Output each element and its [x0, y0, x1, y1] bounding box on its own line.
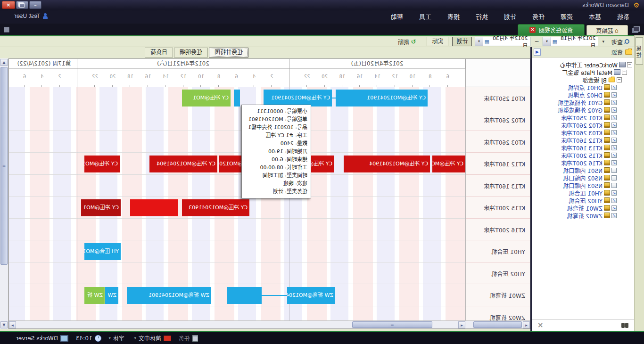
tree-item[interactable]: ✓ZW02 折弯机: [532, 212, 634, 219]
tree-checkbox[interactable]: ✓: [611, 205, 617, 211]
tree-item[interactable]: NS01 内缩口机: [532, 166, 634, 174]
tree-checkbox[interactable]: ✓: [611, 130, 617, 135]
task-bar[interactable]: CY 冲压@MO12041904: [432, 156, 465, 172]
tree-checkbox[interactable]: ✓: [611, 85, 617, 90]
find-binoculars-icon[interactable]: [625, 323, 628, 328]
tree-expand-icon[interactable]: −: [627, 62, 632, 67]
tree-item[interactable]: −BJ 钣金部: [532, 76, 634, 83]
tab-close-icon[interactable]: ×: [529, 27, 536, 33]
panel-splitter[interactable]: [530, 47, 532, 331]
vertical-scrollbar[interactable]: ▲▼≡: [0, 58, 8, 329]
task-bar[interactable]: CY 冲压@MO1: [81, 199, 121, 216]
collapse-panel-button[interactable]: ◀: [534, 49, 541, 56]
refresh-button[interactable]: ↻ 刷新: [394, 37, 419, 46]
tree-item[interactable]: ✓DH01 点焊机: [532, 83, 634, 91]
menu-item[interactable]: 执行: [468, 10, 496, 24]
tree-checkbox[interactable]: ✓: [611, 92, 617, 98]
task-bar[interactable]: YH 压合@MO1: [84, 243, 121, 260]
task-bar[interactable]: CY 冲压@MO12041904: [149, 156, 217, 172]
status-item[interactable]: 字体▾: [109, 334, 127, 342]
menu-item[interactable]: 计划: [496, 10, 524, 24]
tree-checkbox[interactable]: ✓: [611, 115, 617, 120]
date-from-picker[interactable]: 2012年 4月18日 ▦ ▾: [543, 37, 598, 46]
menu-item[interactable]: 基本: [581, 10, 609, 24]
tree-checkbox[interactable]: ✓: [611, 145, 617, 150]
scroll-right-button[interactable]: ▸: [9, 321, 16, 328]
tree-item[interactable]: ✓DH02 点焊机: [532, 91, 634, 98]
task-bar[interactable]: [234, 90, 240, 106]
tree-checkbox[interactable]: ✓: [611, 107, 617, 113]
chevron-down-icon[interactable]: ▾: [475, 37, 483, 46]
close-button[interactable]: ×: [2, 1, 15, 9]
tree-checkbox[interactable]: ✓: [611, 153, 617, 158]
tree-checkbox[interactable]: [611, 168, 617, 173]
menu-item[interactable]: 任务: [524, 10, 553, 24]
scroll-up-button[interactable]: ▲: [0, 59, 8, 66]
tree-item[interactable]: −WorkCenter 工作中心: [532, 61, 634, 68]
chevron-down-icon[interactable]: ▾: [543, 37, 551, 46]
task-bar[interactable]: CY 冲压@MO1: [84, 156, 120, 172]
task-bar[interactable]: ZW 折: [84, 287, 105, 304]
tree-expand-icon[interactable]: −: [622, 70, 627, 75]
date-to-picker[interactable]: 2012年 4月30日 ▦ ▾: [475, 37, 530, 46]
tree-item[interactable]: NS02 内缩口机: [532, 174, 634, 181]
window-list-icon[interactable]: [634, 26, 640, 32]
status-item[interactable]: DWorks Server: [16, 335, 68, 342]
task-bar[interactable]: CY 冲压@MO12041901: [264, 90, 332, 106]
task-bar[interactable]: CY 冲压@MO12041904: [344, 156, 430, 172]
clear-filter-icon[interactable]: ×: [537, 321, 544, 329]
task-bar[interactable]: CY 冲压@MO12041903: [182, 199, 249, 216]
tree-item[interactable]: ✓ZW01 折弯机: [532, 204, 634, 212]
scroll-down-button[interactable]: ▼: [0, 321, 8, 328]
tree-checkbox[interactable]: ✓: [611, 138, 617, 143]
view-tab[interactable]: 任务明细: [174, 48, 208, 57]
tree-checkbox[interactable]: [611, 183, 617, 188]
tree-item[interactable]: ✓KT02 260T冲床: [532, 121, 634, 129]
scroll-left-button[interactable]: ◂: [523, 321, 530, 328]
search-button[interactable]: 查询: [608, 37, 633, 46]
tree-item[interactable]: NS03 内缩口机: [532, 181, 634, 189]
tree-item[interactable]: −Metal Plate 钣金厂: [532, 68, 634, 76]
menu-item[interactable]: 资源: [553, 10, 581, 24]
restore-button[interactable]: [16, 1, 28, 9]
status-item[interactable]: 10:43: [76, 335, 101, 342]
tree-checkbox[interactable]: ✓: [611, 123, 617, 128]
tree-item[interactable]: ✓KT12 160T冲床: [532, 136, 634, 144]
task-bar[interactable]: CY 冲压@MO12041901: [336, 90, 428, 106]
tree-checkbox[interactable]: ✓: [611, 100, 617, 105]
menu-item[interactable]: 报表: [439, 10, 468, 24]
status-item[interactable]: 任务: [179, 334, 198, 342]
plan-toggle-button[interactable]: 计划: [452, 37, 472, 46]
scroll-left-button[interactable]: ◂: [458, 321, 465, 328]
scroll-thumb[interactable]: ≡: [0, 67, 8, 265]
tree-checkbox[interactable]: [611, 175, 617, 180]
resource-column-scrollbar[interactable]: ◂: [465, 320, 530, 328]
tree-item[interactable]: ✓YH01 压合机: [532, 189, 634, 197]
view-tab[interactable]: 日负荷: [145, 48, 173, 57]
menu-item[interactable]: 系统: [609, 10, 637, 24]
menu-item[interactable]: 帮助: [383, 10, 411, 24]
tree-item[interactable]: ✓KT13 160T冲床: [532, 144, 634, 151]
status-item[interactable]: 简体中文▾: [134, 334, 171, 342]
tree-checkbox[interactable]: ✓: [611, 190, 617, 196]
actual-toggle-button[interactable]: 实际: [427, 37, 448, 46]
minimize-button[interactable]: –: [29, 1, 41, 9]
view-tab[interactable]: 任务甘特图: [209, 48, 248, 57]
pin-icon[interactable]: [4, 27, 9, 33]
search-dropdown-icon[interactable]: ▾: [601, 39, 605, 44]
tree-item[interactable]: ✓YH02 压合机: [532, 197, 634, 204]
task-bar[interactable]: [130, 199, 178, 216]
task-bar[interactable]: CY 冲压@MO1: [182, 90, 231, 106]
tree-item[interactable]: ✓GY02 外桶成型机: [532, 106, 634, 114]
tree-checkbox[interactable]: ✓: [611, 213, 617, 218]
scroll-thumb[interactable]: ≡: [352, 321, 432, 328]
task-bar[interactable]: ZW 折弯@MO12041901: [127, 287, 211, 304]
tree-expand-icon[interactable]: −: [617, 77, 622, 82]
task-bar[interactable]: [227, 287, 262, 304]
menu-item[interactable]: 工具: [411, 10, 439, 24]
scroll-thumb[interactable]: [473, 321, 522, 328]
tree-item[interactable]: ✓KT15 200T冲床: [532, 151, 634, 159]
tree-checkbox[interactable]: ✓: [611, 198, 617, 203]
tree-item[interactable]: ✓GY01 外桶成型机: [532, 98, 634, 106]
collapsed-panel-tab[interactable]: 属性: [636, 37, 643, 65]
